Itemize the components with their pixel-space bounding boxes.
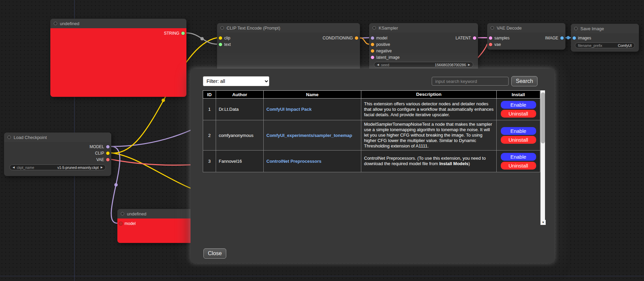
graph-canvas[interactable]: undefined STRING CLIP Text Encode (Promp… bbox=[0, 0, 644, 281]
node-vae-decode[interactable]: VAE Decode samples IMAGE vae bbox=[487, 23, 565, 50]
slot-label: samples bbox=[494, 36, 510, 40]
close-button[interactable]: Close bbox=[203, 248, 226, 259]
node-header: VAE Decode bbox=[487, 23, 565, 33]
slot-positive-input[interactable] bbox=[371, 43, 374, 46]
slot-label: positive bbox=[376, 42, 390, 47]
node-title: Load Checkpoint bbox=[14, 135, 47, 140]
node-header: undefined bbox=[50, 19, 186, 28]
node-undefined-top[interactable]: undefined STRING bbox=[50, 19, 186, 97]
slot-clip-output[interactable] bbox=[106, 152, 110, 155]
slot-label: text bbox=[224, 42, 231, 47]
cell-description: ControlNet Preprocessors. (To use this e… bbox=[361, 150, 497, 172]
custom-nodes-table: ID Author Name Description Install 1 Dr.… bbox=[203, 90, 540, 172]
node-header: KSampler bbox=[369, 23, 478, 33]
slot-label: LATENT bbox=[456, 36, 471, 40]
slot-samples-input[interactable] bbox=[489, 36, 492, 40]
collapse-dot-icon[interactable] bbox=[574, 27, 578, 30]
slot-label: MODEL bbox=[89, 144, 104, 149]
column-header-id: ID bbox=[203, 91, 216, 99]
slot-model-input[interactable] bbox=[371, 36, 374, 40]
node-header: CLIP Text Encode (Prompt) bbox=[217, 23, 360, 33]
collapse-dot-icon[interactable] bbox=[373, 26, 376, 30]
slot-model-output[interactable] bbox=[106, 145, 110, 148]
node-title: undefined bbox=[60, 21, 79, 26]
scrollbar[interactable]: ▼ bbox=[540, 90, 545, 225]
ckpt-name-widget[interactable]: ◀ ckpt_name v1-5-pruned-emaonly.ckpt ▶ bbox=[10, 164, 106, 170]
slot-negative-input[interactable] bbox=[371, 49, 374, 53]
decrement-arrow-icon[interactable]: ◀ bbox=[377, 64, 379, 66]
collapse-dot-icon[interactable] bbox=[491, 26, 494, 30]
node-header: Load Checkpoint bbox=[4, 133, 111, 142]
extension-link[interactable]: ControlNet Preprocessors bbox=[266, 159, 321, 164]
slot-model-input[interactable] bbox=[119, 222, 122, 225]
node-load-checkpoint[interactable]: Load Checkpoint MODEL CLIP VAE bbox=[4, 133, 111, 176]
slot-latent-image-input[interactable] bbox=[371, 56, 374, 59]
slot-label: model bbox=[376, 36, 387, 40]
slot-label: model bbox=[125, 221, 136, 226]
collapse-dot-icon[interactable] bbox=[7, 136, 11, 139]
collapse-dot-icon[interactable] bbox=[121, 212, 124, 215]
search-group: Search bbox=[432, 76, 538, 86]
table-row: 1 Dr.Lt.Data ComfyUI Impact Pack This ex… bbox=[203, 99, 540, 120]
column-header-install: Install bbox=[497, 91, 540, 99]
search-input[interactable] bbox=[432, 77, 509, 86]
node-title: undefined bbox=[127, 211, 146, 216]
widget-value: v1-5-pruned-emaonly.ckpt bbox=[57, 165, 99, 170]
node-title: Save Image bbox=[580, 26, 604, 31]
node-save-image[interactable]: Save Image images filename_prefix ComfyU… bbox=[571, 24, 639, 52]
extension-link[interactable]: ComfyUI_experiments/sampler_tonemap bbox=[266, 133, 352, 138]
slot-vae-input[interactable] bbox=[489, 43, 492, 46]
slot-latent-output[interactable] bbox=[473, 36, 476, 40]
enable-button[interactable]: Enable bbox=[501, 127, 536, 135]
seed-widget[interactable]: ◀ seed 156680208700286 ▶ bbox=[374, 62, 473, 68]
node-undefined-bottom[interactable]: undefined model bbox=[117, 209, 196, 243]
widget-value: 156680208700286 bbox=[435, 63, 466, 67]
slot-images-input[interactable] bbox=[573, 36, 576, 40]
slot-label: IMAGE bbox=[545, 36, 558, 40]
cell-description: ModelSamplerTonemapNoiseTest a node that… bbox=[361, 120, 497, 150]
enable-button[interactable]: Enable bbox=[501, 101, 536, 109]
column-header-name: Name bbox=[264, 91, 361, 99]
node-title: VAE Decode bbox=[497, 25, 522, 31]
slot-text-input[interactable] bbox=[219, 43, 222, 46]
slot-vae-output[interactable] bbox=[106, 158, 110, 161]
slot-label: negative bbox=[376, 49, 392, 53]
dialog-toolbar: Filter: all Search bbox=[203, 76, 545, 86]
widget-label: filename_prefix bbox=[578, 43, 602, 48]
cell-description: This extension offers various detector n… bbox=[361, 99, 497, 120]
slot-label: latent_image bbox=[376, 55, 400, 60]
column-header-description: Description bbox=[361, 91, 497, 99]
previous-arrow-icon[interactable]: ◀ bbox=[13, 166, 15, 169]
uninstall-button[interactable]: Uninstall bbox=[501, 136, 536, 144]
cell-author: comfyanonymous bbox=[216, 120, 264, 150]
scroll-down-arrow-icon[interactable]: ▼ bbox=[541, 220, 546, 225]
cell-id: 3 bbox=[203, 150, 216, 172]
widget-value: ComfyUI bbox=[618, 43, 632, 48]
collapse-dot-icon[interactable] bbox=[220, 26, 224, 30]
scrollbar-thumb[interactable] bbox=[541, 92, 545, 143]
table-row: 3 Fannovel16 ControlNet Preprocessors Co… bbox=[203, 150, 540, 172]
slot-string-output[interactable] bbox=[181, 32, 185, 35]
column-header-author: Author bbox=[216, 91, 264, 99]
extension-link[interactable]: ComfyUI Impact Pack bbox=[266, 107, 312, 112]
uninstall-button[interactable]: Uninstall bbox=[501, 162, 536, 170]
slot-conditioning-output[interactable] bbox=[355, 36, 358, 40]
table-row: 2 comfyanonymous ComfyUI_experiments/sam… bbox=[203, 120, 540, 150]
slot-label: vae bbox=[494, 42, 501, 47]
filter-select[interactable]: Filter: all bbox=[203, 76, 269, 86]
collapse-dot-icon[interactable] bbox=[54, 22, 57, 25]
slot-label: CLIP bbox=[95, 151, 104, 156]
node-title: KSampler bbox=[379, 25, 398, 31]
table-header-row: ID Author Name Description Install bbox=[203, 91, 540, 99]
increment-arrow-icon[interactable]: ▶ bbox=[468, 64, 470, 66]
node-header: undefined bbox=[117, 209, 196, 218]
enable-button[interactable]: Enable bbox=[501, 153, 536, 161]
uninstall-button[interactable]: Uninstall bbox=[501, 110, 536, 118]
cell-id: 2 bbox=[203, 120, 216, 150]
slot-image-output[interactable] bbox=[560, 36, 564, 40]
next-arrow-icon[interactable]: ▶ bbox=[101, 166, 103, 169]
slot-clip-input[interactable] bbox=[219, 36, 222, 40]
filename-prefix-widget[interactable]: filename_prefix ComfyUI bbox=[575, 42, 635, 48]
search-button[interactable]: Search bbox=[511, 76, 538, 86]
node-header: Save Image bbox=[571, 24, 639, 33]
